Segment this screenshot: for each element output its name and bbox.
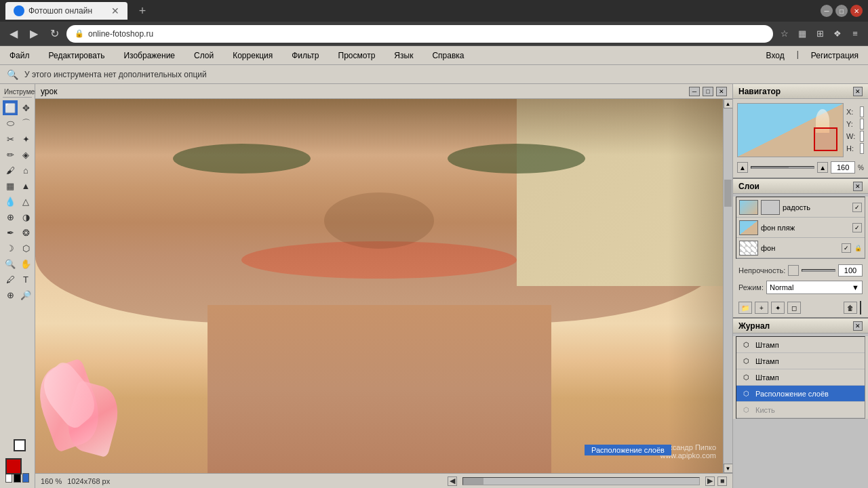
menu-login[interactable]: Вход	[762, 49, 789, 62]
opacity-decrease-button[interactable]	[788, 265, 799, 276]
navigator-w-value[interactable]	[860, 131, 864, 142]
extension1-icon[interactable]: ⊞	[812, 26, 827, 41]
history-panel-header[interactable]: Журнал ✕	[733, 319, 868, 333]
zoom-out-icon[interactable]: ▲	[737, 162, 748, 173]
menu-language[interactable]: Язык	[390, 49, 417, 62]
canvas-close-button[interactable]: ✕	[716, 87, 727, 96]
canvas-minimize-button[interactable]: ─	[689, 87, 700, 96]
tool-blur[interactable]: ❂	[18, 225, 33, 240]
history-item[interactable]: ⬡ Штамп	[736, 369, 865, 386]
navigator-y-value[interactable]	[860, 119, 864, 129]
layer-delete-button[interactable]: 🗑	[844, 302, 857, 314]
menu-help[interactable]: Справка	[428, 49, 468, 62]
layer-item[interactable]: радость ✓	[736, 197, 865, 218]
history-close-button[interactable]: ✕	[853, 321, 863, 331]
layer-lock-icon[interactable]: 🔒	[854, 243, 862, 253]
white-color[interactable]	[5, 473, 12, 483]
tool-pen[interactable]: ✒	[3, 225, 18, 240]
tool-eraser[interactable]: ◈	[18, 147, 33, 162]
tool-move[interactable]: ✥	[18, 100, 33, 115]
blue-color[interactable]	[22, 473, 29, 483]
menu-filter[interactable]: Фильтр	[288, 49, 323, 62]
refresh-button[interactable]: ↻	[46, 26, 62, 42]
tool-hand[interactable]: ✋	[18, 256, 33, 271]
layers-list[interactable]: радость ✓ фон пляж ✓ фон	[736, 197, 865, 259]
new-tab-button[interactable]: +	[133, 2, 152, 20]
tool-pencil[interactable]: ✏	[3, 147, 18, 162]
tool-smudge[interactable]: ◑	[18, 209, 33, 224]
tool-droplet[interactable]: 💧	[3, 194, 18, 209]
tool-marquee-rect[interactable]: ⬜	[3, 100, 18, 115]
navigator-zoom-input[interactable]: 160	[831, 161, 855, 174]
foreground-color-swatch[interactable]	[5, 458, 22, 474]
canvas-scrollbar-horizontal[interactable]	[462, 477, 700, 485]
layer-group-button[interactable]: 📁	[738, 302, 752, 314]
navigator-x-value[interactable]	[860, 106, 864, 117]
layer-item[interactable]: фон пляж ✓	[736, 218, 865, 238]
blend-mode-dropdown[interactable]: Normal ▼	[766, 281, 863, 294]
tool-sponge[interactable]: ⬡	[18, 241, 33, 256]
extension2-icon[interactable]: ❖	[830, 26, 845, 41]
layers-close-button[interactable]: ✕	[853, 182, 863, 191]
menu-layer[interactable]: Слой	[190, 49, 218, 62]
tool-marquee-ellipse[interactable]: ⬭	[3, 116, 18, 131]
canvas-maximize-button[interactable]: □	[703, 87, 713, 96]
tool-crop[interactable]: ✂	[3, 131, 18, 146]
history-item[interactable]: ⬡ Штамп	[736, 337, 865, 353]
history-item-active[interactable]: ⬡ Расположение слоёв	[736, 386, 865, 402]
tool-zoom2[interactable]: 🔎	[18, 287, 33, 302]
scroll-corner-button[interactable]: ◼	[717, 476, 727, 486]
layer-visibility-toggle[interactable]: ✓	[852, 203, 862, 212]
tool-transform[interactable]: ⊕	[3, 209, 18, 224]
bookmark-star-icon[interactable]: ☆	[777, 26, 792, 41]
tool-dodge[interactable]: ☽	[3, 241, 18, 256]
stats-icon[interactable]: ▦	[795, 26, 810, 41]
navigator-h-value[interactable]	[860, 143, 864, 154]
back-button[interactable]: ◀	[5, 26, 22, 42]
close-button[interactable]: ✕	[850, 5, 863, 17]
layers-panel-header[interactable]: Слои ✕	[733, 179, 868, 194]
tool-brush[interactable]: 🖌	[3, 163, 18, 178]
layer-item[interactable]: фон ✓ 🔒	[736, 238, 865, 258]
tool-heal[interactable]: ✦	[18, 131, 33, 146]
tool-gradient[interactable]: ▦	[3, 178, 18, 193]
address-bar[interactable]: 🔒 online-fotoshop.ru	[66, 25, 773, 43]
maximize-button[interactable]: □	[835, 5, 848, 17]
menu-image[interactable]: Изображение	[119, 49, 179, 62]
opacity-slider[interactable]	[802, 269, 835, 272]
layer-style-button[interactable]: ✦	[771, 302, 785, 314]
scroll-left-button[interactable]: ◀	[448, 476, 457, 486]
canvas-scrollbar-vertical[interactable]: ▲ ▼	[723, 99, 732, 473]
opacity-value-input[interactable]: 100	[838, 264, 863, 277]
tool-lasso[interactable]: ⌒	[18, 116, 33, 131]
tool-pan[interactable]: ⊕	[3, 287, 18, 302]
tool-burn[interactable]: △	[18, 194, 33, 209]
tool-shape[interactable]: ▲	[18, 178, 33, 193]
scroll-up-button[interactable]: ▲	[724, 99, 733, 108]
tool-eyedropper[interactable]: 🖊	[3, 272, 18, 287]
menu-icon[interactable]: ≡	[848, 26, 863, 41]
search-icon[interactable]: 🔍	[5, 68, 19, 81]
navigator-close-button[interactable]: ✕	[853, 87, 863, 96]
canvas-viewport[interactable]: Александр Пипко www.apipko.com	[35, 99, 723, 473]
layer-new-button[interactable]: +	[755, 302, 768, 314]
layer-visibility-toggle[interactable]: ✓	[852, 223, 862, 232]
navigator-zoom-slider[interactable]	[751, 166, 814, 169]
history-item[interactable]: ⬡ Штамп	[736, 353, 865, 369]
navigator-panel-header[interactable]: Навигатор ✕	[733, 84, 868, 99]
zoom-in-icon[interactable]: ▲	[817, 162, 828, 173]
minimize-button[interactable]: ─	[821, 5, 833, 17]
layer-mask-button[interactable]: ◻	[787, 302, 801, 314]
history-list[interactable]: ⬡ Штамп ⬡ Штамп ⬡ Штамп ⬡	[736, 336, 865, 419]
menu-file[interactable]: Файл	[5, 49, 34, 62]
scroll-down-button[interactable]: ▼	[724, 464, 733, 473]
tool-zoom[interactable]: 🔍	[3, 256, 18, 271]
layer-visibility-toggle[interactable]: ✓	[842, 243, 851, 253]
menu-edit[interactable]: Редактировать	[45, 49, 109, 62]
browser-tab[interactable]: Фотошоп онлайн ✕	[5, 2, 127, 20]
scroll-track-vertical[interactable]	[724, 108, 732, 464]
scroll-thumb-vertical[interactable]	[724, 180, 732, 207]
scroll-right-button[interactable]: ▶	[705, 476, 715, 486]
menu-view[interactable]: Просмотр	[334, 49, 380, 62]
tab-close-button[interactable]: ✕	[111, 5, 119, 16]
